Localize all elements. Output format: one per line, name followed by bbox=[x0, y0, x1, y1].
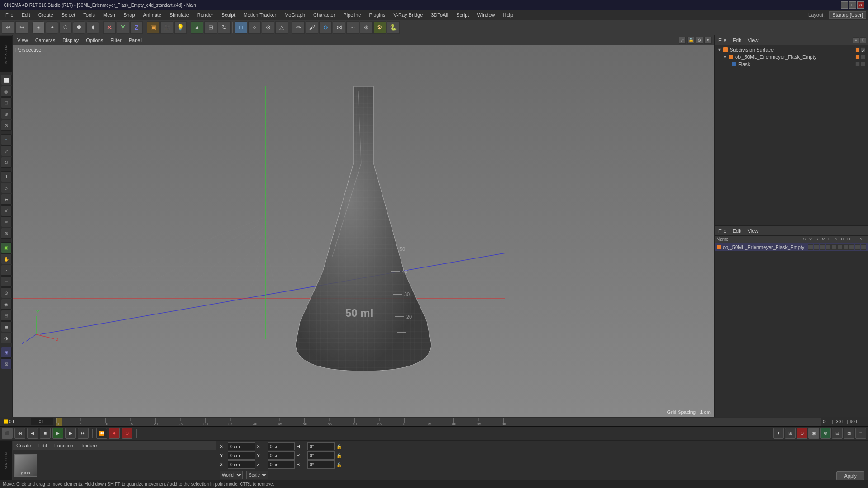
tool-light[interactable]: 💡 bbox=[174, 21, 187, 34]
tool-move[interactable]: ▲ bbox=[191, 21, 203, 34]
menu-render[interactable]: Render bbox=[193, 11, 217, 19]
keyframe-add[interactable]: ⬛ bbox=[2, 428, 13, 439]
obj-check-e[interactable] bbox=[855, 244, 860, 250]
tree-item-obj[interactable]: ▼ obj_50ML_Erlenmeyer_Flask_Empty bbox=[716, 53, 867, 61]
tool-pen[interactable]: ✏ bbox=[292, 21, 305, 34]
menu-animate[interactable]: Animate bbox=[140, 11, 165, 19]
tree-check-2[interactable] bbox=[861, 55, 865, 59]
tool-select-rect[interactable]: ⬜ bbox=[1, 75, 12, 85]
coord-lock-3[interactable]: 🔒 bbox=[336, 462, 342, 467]
tool-texture[interactable]: ⊞ bbox=[1, 347, 12, 358]
transport-next-frame[interactable]: ▶ bbox=[65, 428, 76, 439]
tool-cylinder[interactable]: ⊙ bbox=[262, 21, 274, 34]
tool-inflate[interactable]: ⊙ bbox=[1, 287, 12, 298]
menu-help[interactable]: Help bbox=[500, 11, 517, 19]
coord-x-size[interactable] bbox=[268, 442, 295, 450]
menu-pipeline[interactable]: Pipeline bbox=[340, 11, 364, 19]
coord-z-pos[interactable] bbox=[228, 460, 255, 469]
obj-row-flask[interactable]: obj_50ML_Erlenmeyer_Flask_Empty bbox=[715, 243, 868, 251]
tool-wax[interactable]: ◉ bbox=[1, 299, 12, 310]
tool-cone[interactable]: △ bbox=[275, 21, 288, 34]
menu-create[interactable]: Create bbox=[35, 11, 57, 19]
tool-paint[interactable]: ⊚ bbox=[319, 21, 332, 34]
menu-file[interactable]: File bbox=[2, 11, 17, 19]
transport-record-prev[interactable]: ⏪ bbox=[96, 428, 107, 439]
tool-rotate[interactable]: ↻ bbox=[218, 21, 231, 34]
sm-edit[interactable]: Edit bbox=[731, 37, 743, 44]
om-file[interactable]: File bbox=[717, 227, 728, 235]
tool-material[interactable]: ⊠ bbox=[1, 358, 12, 369]
vp-menu-filter[interactable]: Filter bbox=[108, 37, 123, 44]
obj-check-r[interactable] bbox=[820, 244, 825, 250]
transport-prev-frame[interactable]: ◀ bbox=[27, 428, 38, 439]
undo-button[interactable]: ↩ bbox=[2, 21, 14, 34]
om-edit[interactable]: Edit bbox=[731, 227, 743, 235]
coord-p-rot[interactable] bbox=[307, 451, 335, 460]
mat-create[interactable]: Create bbox=[14, 442, 33, 449]
transport-icon-2[interactable]: ⊞ bbox=[785, 428, 796, 439]
menu-snap[interactable]: Snap bbox=[120, 11, 139, 19]
tool-scale-s[interactable]: ⤢ bbox=[1, 145, 12, 156]
current-frame-input[interactable] bbox=[31, 418, 53, 425]
maximize-button[interactable]: □ bbox=[849, 1, 856, 9]
tool-knife[interactable]: ⚔ bbox=[1, 205, 12, 216]
tool-path-select[interactable]: ⊘ bbox=[1, 120, 12, 131]
material-swatch-glass[interactable]: glass bbox=[14, 454, 37, 477]
layout-selector[interactable]: Startup [User] bbox=[829, 11, 866, 19]
tool-grab[interactable]: ✋ bbox=[1, 253, 12, 264]
transport-icon-8[interactable]: ≡ bbox=[855, 428, 866, 439]
menu-script[interactable]: Script bbox=[453, 11, 472, 19]
tool-paint2[interactable]: ▣ bbox=[1, 242, 12, 253]
vp-icon-close[interactable]: ✕ bbox=[704, 37, 712, 44]
menu-character[interactable]: Character bbox=[310, 11, 339, 19]
sm-view[interactable]: View bbox=[746, 37, 760, 44]
tool-polygon-pen[interactable]: ✏ bbox=[1, 216, 12, 227]
menu-motion-tracker[interactable]: Motion Tracker bbox=[240, 11, 280, 19]
transport-record-stop[interactable]: ⊙ bbox=[122, 428, 132, 439]
tool-fill[interactable]: ◼ bbox=[1, 321, 12, 332]
menu-3dtoall[interactable]: 3DToAll bbox=[427, 11, 452, 19]
mode-points[interactable]: ✦ bbox=[46, 21, 58, 34]
coord-scale-select[interactable]: Scale Size bbox=[246, 471, 268, 479]
coord-lock-1[interactable]: 🔒 bbox=[336, 444, 342, 449]
sm-icon-1[interactable]: ≡ bbox=[853, 37, 859, 43]
vp-icon-lock[interactable]: 🔒 bbox=[687, 37, 694, 44]
menu-sculpt[interactable]: Sculpt bbox=[218, 11, 239, 19]
tool-camera[interactable]: 🎥 bbox=[160, 21, 173, 34]
tree-check-3[interactable] bbox=[861, 62, 865, 66]
vp-menu-options[interactable]: Options bbox=[84, 37, 105, 44]
viewport-canvas[interactable]: .grid-line { stroke: #888; stroke-width:… bbox=[13, 45, 714, 417]
vp-icon-maximize[interactable]: ⤢ bbox=[679, 37, 686, 44]
menu-tools[interactable]: Tools bbox=[80, 11, 99, 19]
coord-z-size[interactable] bbox=[268, 460, 295, 469]
mode-edges[interactable]: ⬡ bbox=[59, 21, 72, 34]
menu-select[interactable]: Select bbox=[58, 11, 79, 19]
obj-check-l[interactable] bbox=[831, 244, 837, 250]
obj-check-d[interactable] bbox=[849, 244, 854, 250]
tool-deform[interactable]: ⊛ bbox=[360, 21, 373, 34]
coord-x-pos[interactable] bbox=[228, 442, 255, 450]
transport-to-start[interactable]: ⏮ bbox=[14, 428, 25, 439]
menu-vray-bridge[interactable]: V-Ray Bridge bbox=[390, 11, 427, 19]
mode-model[interactable]: ◈ bbox=[32, 21, 45, 34]
coord-h-rot[interactable] bbox=[307, 442, 335, 450]
tree-check-1[interactable]: ✓ bbox=[861, 47, 865, 52]
coord-world-select[interactable]: World Object Local bbox=[220, 471, 243, 479]
tool-extrude[interactable]: ⬆ bbox=[1, 171, 12, 182]
transport-play[interactable]: ▶ bbox=[52, 428, 63, 439]
vp-icon-settings[interactable]: ⚙ bbox=[696, 37, 703, 44]
transport-icon-1[interactable]: ✦ bbox=[773, 428, 784, 439]
coord-y-size[interactable] bbox=[268, 451, 295, 460]
transport-icon-4[interactable]: ◉ bbox=[808, 428, 819, 439]
obj-check-a[interactable] bbox=[837, 244, 843, 250]
window-controls[interactable]: ─ □ ✕ bbox=[841, 1, 864, 9]
obj-check-m[interactable] bbox=[826, 244, 831, 250]
coord-b-rot[interactable] bbox=[307, 460, 335, 469]
obj-check-v[interactable] bbox=[814, 244, 819, 250]
minimize-button[interactable]: ─ bbox=[841, 1, 848, 9]
vp-menu-view[interactable]: View bbox=[15, 37, 30, 44]
menu-edit[interactable]: Edit bbox=[18, 11, 34, 19]
obj-check-s[interactable] bbox=[808, 244, 813, 250]
tree-item-subdivision[interactable]: ▼ Subdivision Surface ✓ bbox=[716, 46, 867, 53]
mode-uvw[interactable]: ⧫ bbox=[86, 21, 99, 34]
